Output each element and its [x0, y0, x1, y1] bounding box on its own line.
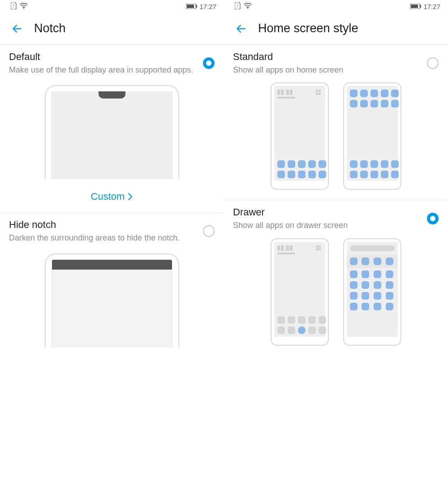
- back-button[interactable]: [235, 22, 247, 35]
- option-default-subtitle: Make use of the full display area in sup…: [9, 64, 198, 75]
- option-drawer-title: Drawer: [233, 206, 422, 218]
- screen-notch: ! 17:27 Notch Default Make use of the fu…: [0, 0, 224, 485]
- option-standard-title: Standard: [233, 51, 422, 63]
- mini-phone-home: [271, 238, 329, 346]
- radio-hide[interactable]: [203, 225, 215, 237]
- wifi-icon: [244, 3, 252, 10]
- sim-alert-icon: !: [235, 2, 241, 11]
- option-standard-subtitle: Show all apps on home screen: [233, 64, 422, 75]
- radio-default[interactable]: [203, 57, 215, 69]
- svg-text:!: !: [13, 4, 14, 9]
- custom-link[interactable]: Custom: [91, 191, 133, 202]
- title-bar: Notch: [0, 13, 224, 45]
- mini-phone-apps: [343, 82, 401, 190]
- option-hide-subtitle: Darken the surrounding areas to hide the…: [9, 232, 198, 243]
- clock-widget-icon: [277, 90, 293, 95]
- battery-icon: [410, 3, 422, 10]
- option-standard-row[interactable]: Standard Show all apps on home screen: [233, 51, 439, 75]
- page-title: Home screen style: [258, 21, 358, 35]
- weather-widget-icon: [316, 90, 322, 95]
- page-title: Notch: [34, 21, 66, 35]
- svg-text:!: !: [237, 4, 238, 9]
- svg-point-6: [247, 7, 249, 9]
- option-default: Default Make use of the full display are…: [0, 45, 224, 213]
- option-default-row[interactable]: Default Make use of the full display are…: [9, 51, 215, 75]
- darkened-bar-icon: [52, 260, 172, 270]
- title-bar: Home screen style: [224, 13, 448, 45]
- weather-widget-icon: [316, 245, 322, 251]
- preview-default: Custom: [9, 85, 215, 212]
- search-bar-icon: [350, 245, 395, 251]
- notch-icon: [99, 91, 125, 99]
- back-button[interactable]: [11, 22, 23, 35]
- wifi-icon: [20, 3, 28, 10]
- mini-phone-drawer: [343, 238, 401, 346]
- svg-rect-9: [420, 5, 421, 8]
- svg-rect-8: [411, 4, 418, 8]
- battery-icon: [186, 3, 198, 10]
- status-time: 17:27: [423, 3, 440, 10]
- option-hide-notch: Hide notch Darken the surrounding areas …: [0, 213, 224, 347]
- screen-home-style: ! 17:27 Home screen style Standard Show …: [224, 0, 448, 485]
- preview-drawer: [233, 238, 439, 346]
- preview-hide: [9, 253, 215, 348]
- status-bar: ! 17:27: [224, 0, 448, 13]
- radio-standard[interactable]: [427, 57, 439, 69]
- option-hide-row[interactable]: Hide notch Darken the surrounding areas …: [9, 219, 215, 243]
- option-drawer-subtitle: Show all apps on drawer screen: [233, 220, 422, 231]
- option-drawer: Drawer Show all apps on drawer screen: [224, 200, 448, 355]
- sim-alert-icon: !: [11, 2, 17, 11]
- svg-rect-3: [187, 4, 194, 8]
- custom-link-label: Custom: [91, 191, 125, 202]
- option-default-title: Default: [9, 51, 198, 63]
- status-bar: ! 17:27: [0, 0, 224, 13]
- preview-standard: [233, 82, 439, 190]
- option-standard: Standard Show all apps on home screen: [224, 45, 448, 200]
- radio-drawer[interactable]: [427, 213, 439, 224]
- svg-point-1: [23, 7, 25, 9]
- svg-rect-4: [196, 5, 197, 8]
- status-time: 17:27: [199, 3, 216, 10]
- option-hide-title: Hide notch: [9, 219, 198, 231]
- chevron-right-icon: [127, 193, 133, 201]
- mini-phone-home: [271, 82, 329, 190]
- option-drawer-row[interactable]: Drawer Show all apps on drawer screen: [233, 206, 439, 231]
- drawer-button-icon: [298, 326, 306, 334]
- clock-widget-icon: [277, 245, 293, 251]
